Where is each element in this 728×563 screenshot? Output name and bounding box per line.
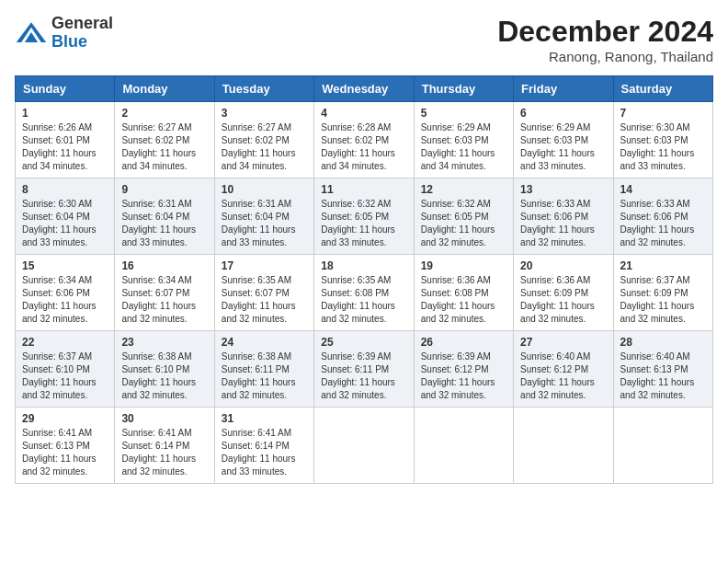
calendar-day-cell: 18 Sunrise: 6:35 AMSunset: 6:08 PMDaylig… [314,255,414,331]
day-info: Sunrise: 6:31 AMSunset: 6:04 PMDaylight:… [222,199,296,247]
calendar-week-row: 1 Sunrise: 6:26 AMSunset: 6:01 PMDayligh… [16,102,713,178]
calendar-day-cell: 8 Sunrise: 6:30 AMSunset: 6:04 PMDayligh… [16,178,115,255]
calendar-day-header: Friday [514,76,613,102]
day-info: Sunrise: 6:30 AMSunset: 6:03 PMDaylight:… [620,122,695,171]
calendar-day-cell: 5 Sunrise: 6:29 AMSunset: 6:03 PMDayligh… [414,102,513,178]
title-block: December 2024 Ranong, Ranong, Thailand [497,15,713,64]
day-info: Sunrise: 6:38 AMSunset: 6:10 PMDaylight:… [121,351,196,400]
calendar-day-cell: 17 Sunrise: 6:35 AMSunset: 6:07 PMDaylig… [214,255,313,331]
day-info: Sunrise: 6:33 AMSunset: 6:06 PMDaylight:… [620,199,695,247]
day-number: 31 [222,412,307,425]
month-year: December 2024 [497,15,713,49]
day-number: 20 [520,259,606,272]
day-info: Sunrise: 6:35 AMSunset: 6:08 PMDaylight:… [321,275,395,324]
calendar-header-row: SundayMondayTuesdayWednesdayThursdayFrid… [16,76,713,102]
day-info: Sunrise: 6:31 AMSunset: 6:04 PMDaylight:… [121,199,196,247]
calendar-day-cell: 11 Sunrise: 6:32 AMSunset: 6:05 PMDaylig… [314,178,414,255]
day-number: 19 [421,259,506,272]
day-number: 12 [421,183,506,196]
day-info: Sunrise: 6:41 AMSunset: 6:14 PMDaylight:… [121,428,196,477]
day-info: Sunrise: 6:36 AMSunset: 6:08 PMDaylight:… [421,275,495,324]
day-number: 2 [121,107,207,120]
calendar-day-cell: 25 Sunrise: 6:39 AMSunset: 6:11 PMDaylig… [314,331,414,408]
calendar-day-cell: 30 Sunrise: 6:41 AMSunset: 6:14 PMDaylig… [115,408,214,484]
day-info: Sunrise: 6:41 AMSunset: 6:13 PMDaylight:… [22,428,97,477]
calendar-day-cell: 15 Sunrise: 6:34 AMSunset: 6:06 PMDaylig… [16,255,115,331]
calendar-day-header: Wednesday [314,76,414,102]
calendar-day-cell [613,408,712,484]
calendar-day-cell: 13 Sunrise: 6:33 AMSunset: 6:06 PMDaylig… [514,178,613,255]
calendar-week-row: 8 Sunrise: 6:30 AMSunset: 6:04 PMDayligh… [16,178,713,255]
day-number: 15 [22,259,108,272]
day-number: 6 [520,107,606,120]
day-info: Sunrise: 6:32 AMSunset: 6:05 PMDaylight:… [421,199,495,247]
calendar-day-cell: 9 Sunrise: 6:31 AMSunset: 6:04 PMDayligh… [115,178,214,255]
calendar-week-row: 22 Sunrise: 6:37 AMSunset: 6:10 PMDaylig… [16,331,713,408]
calendar-day-cell: 20 Sunrise: 6:36 AMSunset: 6:09 PMDaylig… [514,255,613,331]
calendar-day-cell: 3 Sunrise: 6:27 AMSunset: 6:02 PMDayligh… [214,102,313,178]
day-number: 4 [321,107,406,120]
day-number: 14 [620,183,706,196]
calendar-day-cell: 6 Sunrise: 6:29 AMSunset: 6:03 PMDayligh… [514,102,613,178]
calendar-table: SundayMondayTuesdayWednesdayThursdayFrid… [15,75,713,484]
page-header: General Blue December 2024 Ranong, Ranon… [15,15,713,64]
calendar-day-cell: 28 Sunrise: 6:40 AMSunset: 6:13 PMDaylig… [613,331,712,408]
day-number: 9 [121,183,207,196]
calendar-day-cell: 31 Sunrise: 6:41 AMSunset: 6:14 PMDaylig… [214,408,313,484]
day-info: Sunrise: 6:39 AMSunset: 6:12 PMDaylight:… [421,351,495,400]
day-info: Sunrise: 6:33 AMSunset: 6:06 PMDaylight:… [520,199,595,247]
day-number: 16 [121,259,207,272]
day-info: Sunrise: 6:27 AMSunset: 6:02 PMDaylight:… [222,122,296,171]
day-info: Sunrise: 6:39 AMSunset: 6:11 PMDaylight:… [321,351,395,400]
calendar-day-header: Sunday [16,76,115,102]
day-info: Sunrise: 6:40 AMSunset: 6:13 PMDaylight:… [620,351,695,400]
calendar-day-cell [414,408,513,484]
day-info: Sunrise: 6:30 AMSunset: 6:04 PMDaylight:… [22,199,97,247]
day-info: Sunrise: 6:36 AMSunset: 6:09 PMDaylight:… [520,275,595,324]
calendar-day-cell: 21 Sunrise: 6:37 AMSunset: 6:09 PMDaylig… [613,255,712,331]
day-number: 11 [321,183,406,196]
day-info: Sunrise: 6:26 AMSunset: 6:01 PMDaylight:… [22,122,97,171]
day-info: Sunrise: 6:37 AMSunset: 6:10 PMDaylight:… [22,351,97,400]
day-number: 30 [121,412,207,425]
day-number: 28 [620,336,706,349]
calendar-day-cell: 12 Sunrise: 6:32 AMSunset: 6:05 PMDaylig… [414,178,513,255]
day-number: 27 [520,336,606,349]
day-info: Sunrise: 6:29 AMSunset: 6:03 PMDaylight:… [421,122,495,171]
calendar-day-cell [514,408,613,484]
day-info: Sunrise: 6:37 AMSunset: 6:09 PMDaylight:… [620,275,695,324]
calendar-day-cell: 4 Sunrise: 6:28 AMSunset: 6:02 PMDayligh… [314,102,414,178]
day-number: 3 [222,107,307,120]
calendar-day-cell: 10 Sunrise: 6:31 AMSunset: 6:04 PMDaylig… [214,178,313,255]
day-number: 29 [22,412,108,425]
calendar-day-cell: 19 Sunrise: 6:36 AMSunset: 6:08 PMDaylig… [414,255,513,331]
calendar-day-cell: 29 Sunrise: 6:41 AMSunset: 6:13 PMDaylig… [16,408,115,484]
calendar-day-cell [314,408,414,484]
day-info: Sunrise: 6:38 AMSunset: 6:11 PMDaylight:… [222,351,296,400]
calendar-day-cell: 24 Sunrise: 6:38 AMSunset: 6:11 PMDaylig… [214,331,313,408]
day-info: Sunrise: 6:34 AMSunset: 6:06 PMDaylight:… [22,275,97,324]
day-info: Sunrise: 6:32 AMSunset: 6:05 PMDaylight:… [321,199,395,247]
day-info: Sunrise: 6:41 AMSunset: 6:14 PMDaylight:… [222,428,296,477]
calendar-day-cell: 2 Sunrise: 6:27 AMSunset: 6:02 PMDayligh… [115,102,214,178]
calendar-day-cell: 23 Sunrise: 6:38 AMSunset: 6:10 PMDaylig… [115,331,214,408]
calendar-day-header: Thursday [414,76,513,102]
calendar-day-cell: 22 Sunrise: 6:37 AMSunset: 6:10 PMDaylig… [16,331,115,408]
calendar-day-header: Saturday [613,76,712,102]
day-info: Sunrise: 6:35 AMSunset: 6:07 PMDaylight:… [222,275,296,324]
day-number: 18 [321,259,406,272]
day-number: 13 [520,183,606,196]
day-number: 10 [222,183,307,196]
day-number: 26 [421,336,506,349]
logo: General Blue [15,15,113,52]
calendar-day-cell: 14 Sunrise: 6:33 AMSunset: 6:06 PMDaylig… [613,178,712,255]
calendar-week-row: 29 Sunrise: 6:41 AMSunset: 6:13 PMDaylig… [16,408,713,484]
day-info: Sunrise: 6:27 AMSunset: 6:02 PMDaylight:… [121,122,196,171]
day-number: 22 [22,336,108,349]
day-number: 5 [421,107,506,120]
logo-text: General Blue [51,15,113,52]
logo-icon [15,20,48,46]
day-number: 24 [222,336,307,349]
day-number: 21 [620,259,706,272]
day-number: 8 [22,183,108,196]
